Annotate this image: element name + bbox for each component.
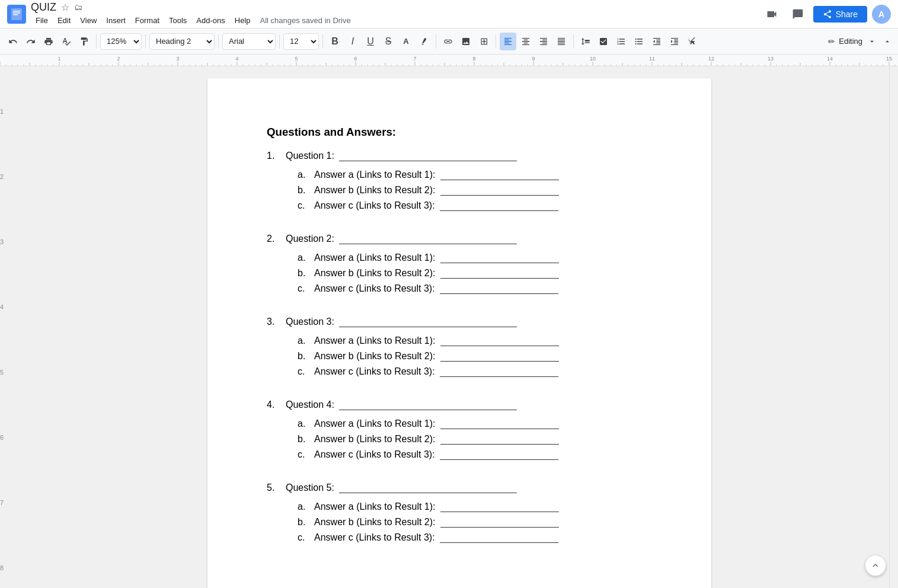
folder-icon[interactable]: 🗂 <box>74 2 82 12</box>
margin-1: 1 <box>0 108 4 115</box>
divider-5 <box>322 34 323 49</box>
menu-view[interactable]: View <box>75 14 101 27</box>
answer-letter-4-2: b. <box>298 434 309 445</box>
margin-4: 4 <box>0 303 4 311</box>
answer-letter-3-2: b. <box>298 351 309 362</box>
zoom-select[interactable]: 125% <box>100 33 142 50</box>
margin-2: 2 <box>0 173 4 180</box>
clear-formatting-btn[interactable] <box>684 33 701 50</box>
answer-text-2-1: Answer a (Links to Result 1): <box>314 253 559 263</box>
right-sidebar <box>889 66 898 588</box>
increase-indent-btn[interactable] <box>666 33 683 50</box>
question-label-1: Question 1: <box>286 151 652 161</box>
collapse-btn[interactable] <box>881 33 893 50</box>
ruler <box>0 55 898 66</box>
line-spacing-btn[interactable] <box>577 33 594 50</box>
spellcheck-btn[interactable] <box>58 33 75 50</box>
answer-item-3-2: b.Answer b (Links to Result 2): <box>298 351 652 362</box>
answer-letter-5-2: b. <box>298 517 309 528</box>
paint-format-btn[interactable] <box>76 33 92 50</box>
menu-addons[interactable]: Add-ons <box>191 14 229 27</box>
numbered-list-btn[interactable] <box>613 33 629 50</box>
menu-edit[interactable]: Edit <box>53 14 75 27</box>
strikethrough-btn[interactable]: S <box>380 33 397 50</box>
print-btn[interactable] <box>40 33 57 50</box>
font-size-select[interactable]: 12 <box>283 33 319 50</box>
decrease-indent-btn[interactable] <box>648 33 665 50</box>
question-item-1: 1.Question 1: a.Answer a (Links to Resul… <box>267 151 652 216</box>
redo-btn[interactable] <box>23 33 39 50</box>
question-label-5: Question 5: <box>286 482 652 493</box>
svg-rect-2 <box>13 12 20 14</box>
checklist-btn[interactable] <box>595 33 612 50</box>
doc-icon <box>7 5 26 24</box>
align-center-btn[interactable] <box>517 33 534 50</box>
highlight-btn[interactable] <box>416 33 432 50</box>
meet-icon-btn[interactable] <box>761 4 782 25</box>
bullet-list-btn[interactable] <box>631 33 647 50</box>
answer-letter-2-1: a. <box>298 253 309 263</box>
doc-title[interactable]: QUIZ <box>31 1 56 14</box>
question-content-4: Question 4: a.Answer a (Links to Result … <box>286 400 652 465</box>
share-button[interactable]: Share <box>813 6 867 23</box>
answer-item-1-2: b.Answer b (Links to Result 2): <box>298 185 652 196</box>
align-right-btn[interactable] <box>535 33 552 50</box>
answer-item-5-3: c.Answer c (Links to Result 3): <box>298 532 652 543</box>
scroll-top-btn[interactable] <box>865 555 886 576</box>
margin-6: 6 <box>0 434 4 441</box>
answer-item-1-1: a.Answer a (Links to Result 1): <box>298 170 652 180</box>
font-select[interactable]: Arial <box>222 33 276 50</box>
answer-letter-5-1: a. <box>298 501 309 512</box>
question-number-4: 4. <box>267 400 281 465</box>
divider-2 <box>145 34 146 49</box>
answer-letter-2-2: b. <box>298 268 309 279</box>
question-number-3: 3. <box>267 317 281 382</box>
menu-help[interactable]: Help <box>230 14 255 27</box>
title-bar: QUIZ ☆ 🗂 File Edit View Insert Format To… <box>0 0 898 28</box>
answer-text-5-3: Answer c (Links to Result 3): <box>314 532 558 543</box>
question-item-5: 5.Question 5: a.Answer a (Links to Resul… <box>267 482 652 548</box>
editing-pencil-icon: ✏ <box>828 37 835 46</box>
undo-btn[interactable] <box>5 33 21 50</box>
menu-tools[interactable]: Tools <box>164 14 191 27</box>
answer-letter-5-3: c. <box>298 532 309 543</box>
answer-text-4-2: Answer b (Links to Result 2): <box>314 434 559 445</box>
align-justify-btn[interactable] <box>553 33 570 50</box>
comments-icon-btn[interactable] <box>787 4 808 25</box>
question-number-2: 2. <box>267 234 281 299</box>
menu-file[interactable]: File <box>31 14 53 27</box>
doc-area[interactable]: Questions and Answers: 1.Question 1: a.A… <box>30 66 889 588</box>
question-label-4: Question 4: <box>286 400 652 410</box>
link-btn[interactable] <box>440 33 456 50</box>
question-content-1: Question 1: a.Answer a (Links to Result … <box>286 151 652 216</box>
answer-text-1-2: Answer b (Links to Result 2): <box>314 185 559 196</box>
editing-dropdown-btn[interactable] <box>866 33 878 50</box>
menu-insert[interactable]: Insert <box>101 14 130 27</box>
underline-btn[interactable]: U <box>362 33 379 50</box>
align-left-btn[interactable] <box>500 33 516 50</box>
editing-mode-label[interactable]: Editing <box>839 37 862 46</box>
question-number-5: 5. <box>267 482 281 548</box>
emoji-btn[interactable]: ⊞ <box>475 33 492 50</box>
svg-rect-3 <box>13 14 18 15</box>
question-item-3: 3.Question 3: a.Answer a (Links to Resul… <box>267 317 652 382</box>
margin-7: 7 <box>0 499 4 506</box>
question-content-5: Question 5: a.Answer a (Links to Result … <box>286 482 652 548</box>
right-actions: Share A <box>761 4 891 25</box>
text-color-btn[interactable]: A <box>398 33 414 50</box>
italic-btn[interactable]: I <box>344 33 361 50</box>
menu-bar: File Edit View Insert Format Tools Add-o… <box>31 14 756 27</box>
answer-text-4-3: Answer c (Links to Result 3): <box>314 449 558 460</box>
answer-item-2-3: c.Answer c (Links to Result 3): <box>298 283 652 294</box>
image-btn[interactable] <box>458 33 474 50</box>
divider-3 <box>218 34 219 49</box>
answer-item-5-2: b.Answer b (Links to Result 2): <box>298 517 652 528</box>
style-select[interactable]: Heading 2 <box>149 33 215 50</box>
bold-btn[interactable]: B <box>327 33 343 50</box>
answer-text-4-1: Answer a (Links to Result 1): <box>314 418 559 429</box>
user-avatar[interactable]: A <box>872 5 891 24</box>
menu-format[interactable]: Format <box>130 14 164 27</box>
questions-container: 1.Question 1: a.Answer a (Links to Resul… <box>267 151 652 548</box>
star-icon[interactable]: ☆ <box>61 2 69 13</box>
question-item-4: 4.Question 4: a.Answer a (Links to Resul… <box>267 400 652 465</box>
